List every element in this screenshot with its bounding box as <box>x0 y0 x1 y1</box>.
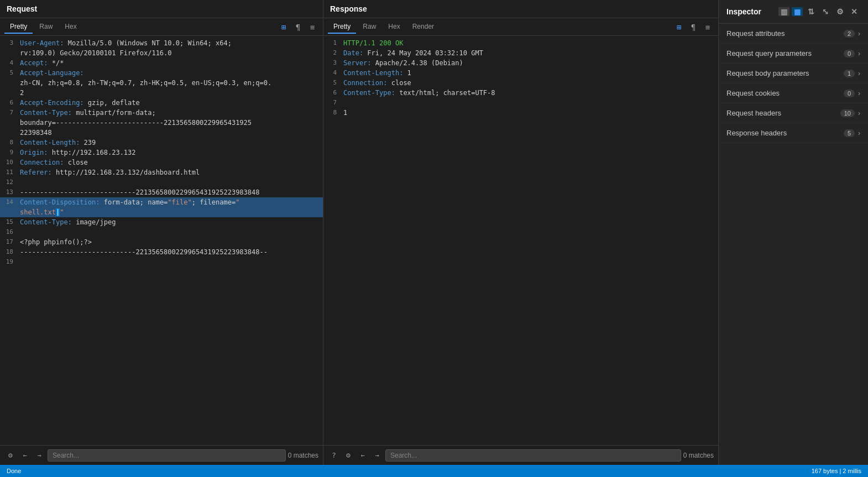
tab-pretty-response[interactable]: Pretty <box>328 20 356 34</box>
indent-icon-request[interactable]: ¶ <box>292 21 304 33</box>
response-settings-icon[interactable]: ⚙ <box>342 449 354 462</box>
chevron-query-params: › <box>858 50 860 57</box>
tab-hex-request[interactable]: Hex <box>59 20 82 34</box>
status-left: Done <box>7 468 21 474</box>
tile-view-2-icon[interactable]: ▦ <box>792 7 803 16</box>
code-line-r12: 12 <box>0 177 323 187</box>
inspector-row-req-headers[interactable]: Request headers 10 › <box>719 103 868 123</box>
response-title: Response <box>330 4 367 13</box>
code-line-r15: 15 Content-Type: image/jpeg <box>0 217 323 227</box>
inspector-badge-req-headers: 10 › <box>840 109 860 117</box>
request-code-area[interactable]: 3 User-Agent: Mozilla/5.0 (Windows NT 10… <box>0 36 323 445</box>
code-line-r10: 10 Connection: close <box>0 158 323 167</box>
inspector-row-request-attributes[interactable]: Request attributes 2 › <box>719 24 868 44</box>
inspector-count-resp-headers: 5 <box>844 129 855 137</box>
request-search-input[interactable] <box>48 449 286 462</box>
code-line-r7c: 22398348 <box>0 128 323 138</box>
code-line-r3: 3 User-Agent: Mozilla/5.0 (Windows NT 10… <box>0 38 323 48</box>
inspector-count-request-attributes: 2 <box>844 30 855 38</box>
inspector-badge-query-params: 0 › <box>844 50 860 57</box>
resp-line-3: 3 Server: Apache/2.4.38 (Debian) <box>323 58 718 68</box>
inspector-badge-request-attributes: 2 › <box>844 30 860 38</box>
inspector-count-cookies: 0 <box>844 90 855 97</box>
code-line-r5: 5 Accept-Language: <box>0 68 323 78</box>
inspector-row-query-params[interactable]: Request query parameters 0 › <box>719 44 868 64</box>
inspector-label-query-params: Request query parameters <box>726 49 812 57</box>
settings-icon-inspector[interactable]: ⇅ <box>805 6 817 18</box>
request-title: Request <box>7 4 37 13</box>
response-code-area[interactable]: 1 HTTP/1.1 200 OK 2 Date: Fri, 24 May 20… <box>323 36 718 445</box>
inspector-count-query-params: 0 <box>844 50 855 57</box>
code-line-r14b: shell.txt|" <box>0 207 323 217</box>
inspector-label-request-attributes: Request attributes <box>726 29 785 38</box>
inspector-label-body-params: Request body parameters <box>726 69 809 77</box>
request-prev-btn[interactable]: ← <box>19 449 31 462</box>
response-search-input[interactable] <box>385 449 681 462</box>
gear-icon-inspector[interactable]: ⚙ <box>834 6 846 18</box>
resp-line-2: 2 Date: Fri, 24 May 2024 03:32:10 GMT <box>323 48 718 58</box>
request-next-btn[interactable]: → <box>33 449 45 462</box>
response-matches: 0 matches <box>683 452 714 459</box>
code-line-r14: 14 Content-Disposition: form-data; name=… <box>0 197 323 207</box>
tab-render-response[interactable]: Render <box>407 20 440 34</box>
request-search-bar: ⚙ ← → 0 matches <box>0 445 323 465</box>
resp-line-8: 8 1 <box>323 108 718 118</box>
code-line-r16: 16 <box>0 227 323 237</box>
code-line-r13: 13 -----------------------------22135658… <box>0 187 323 197</box>
status-bar: Done 167 bytes | 2 millis <box>0 465 868 477</box>
inspector-badge-body-params: 1 › <box>844 70 860 77</box>
response-search-bar: ? ⚙ ← → 0 matches <box>323 445 718 465</box>
request-settings-icon[interactable]: ⚙ <box>4 449 17 462</box>
inspector-label-req-headers: Request headers <box>726 109 781 117</box>
indent-icon-response[interactable]: ¶ <box>687 21 699 33</box>
tab-pretty-request[interactable]: Pretty <box>4 20 33 34</box>
tile-view-1-icon[interactable]: ▥ <box>778 7 789 16</box>
code-line-r7: 7 Content-Type: multipart/form-data; <box>0 108 323 118</box>
response-prev-btn[interactable]: ← <box>357 449 369 462</box>
inspector-row-cookies[interactable]: Request cookies 0 › <box>719 83 868 103</box>
chevron-resp-headers: › <box>858 129 860 137</box>
resp-line-1: 1 HTTP/1.1 200 OK <box>323 38 718 48</box>
code-line-r6: 6 Accept-Encoding: gzip, deflate <box>0 98 323 108</box>
code-line-r3b: rv:109.0) Gecko/20100101 Firefox/116.0 <box>0 48 323 58</box>
collapse-icon-inspector[interactable]: ⤡ <box>819 6 832 18</box>
response-tab-actions: ⊞ ¶ ≡ <box>673 21 714 33</box>
inspector-row-resp-headers[interactable]: Response headers 5 › <box>719 123 868 143</box>
response-next-btn[interactable]: → <box>371 449 383 462</box>
inspector-title: Inspector <box>726 7 761 16</box>
request-tab-actions: ⊞ ¶ ≡ <box>278 21 318 33</box>
code-line-r18: 18 -----------------------------22135658… <box>0 247 323 257</box>
wrap-icon-request[interactable]: ⊞ <box>278 21 290 33</box>
inspector-row-body-params[interactable]: Request body parameters 1 › <box>719 64 868 83</box>
code-line-r5c: 2 <box>0 88 323 98</box>
inspector-label-cookies: Request cookies <box>726 89 780 97</box>
inspector-badge-resp-headers: 5 › <box>844 129 860 137</box>
request-panel-header: Request <box>0 0 323 18</box>
tab-raw-request[interactable]: Raw <box>34 20 58 34</box>
response-panel-header: Response <box>323 0 718 18</box>
code-line-r17: 17 <?php phpinfo();?> <box>0 237 323 247</box>
code-line-r8: 8 Content-Length: 239 <box>0 138 323 148</box>
code-line-r4: 4 Accept: */* <box>0 58 323 68</box>
tab-hex-response[interactable]: Hex <box>383 20 405 34</box>
request-panel: Request Pretty Raw Hex ⊞ ¶ ≡ 3 User-Agen… <box>0 0 323 465</box>
tab-raw-response[interactable]: Raw <box>357 20 381 34</box>
inspector-header: Inspector ▥ ▦ ⇅ ⤡ ⚙ ✕ <box>719 0 868 24</box>
request-tab-bar: Pretty Raw Hex ⊞ ¶ ≡ <box>0 18 323 36</box>
response-tab-bar: Pretty Raw Hex Render ⊞ ¶ ≡ <box>323 18 718 36</box>
response-help-icon[interactable]: ? <box>328 449 340 462</box>
chevron-cookies: › <box>858 90 860 97</box>
status-right: 167 bytes | 2 millis <box>812 468 861 474</box>
menu-icon-request[interactable]: ≡ <box>306 21 318 33</box>
inspector-badge-cookies: 0 › <box>844 90 860 97</box>
chevron-request-attributes: › <box>858 30 860 38</box>
chevron-body-params: › <box>858 70 860 77</box>
wrap-icon-response[interactable]: ⊞ <box>673 21 685 33</box>
menu-icon-response[interactable]: ≡ <box>702 21 714 33</box>
code-line-r11: 11 Referer: http://192.168.23.132/dashbo… <box>0 167 323 177</box>
resp-line-5: 5 Connection: close <box>323 78 718 88</box>
close-icon-inspector[interactable]: ✕ <box>848 6 860 18</box>
inspector-panel: Inspector ▥ ▦ ⇅ ⤡ ⚙ ✕ Request attributes… <box>719 0 868 465</box>
resp-line-4: 4 Content-Length: 1 <box>323 68 718 78</box>
code-line-r5b: zh-CN, zh;q=0.8, zh-TW;q=0.7, zh-HK;q=0.… <box>0 78 323 88</box>
